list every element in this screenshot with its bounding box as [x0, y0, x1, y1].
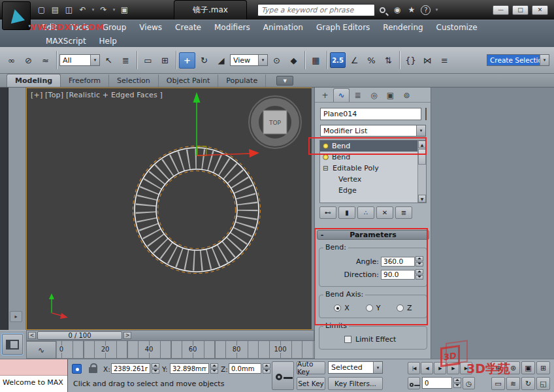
edit-named-selection-sets-button[interactable]: {}	[402, 52, 419, 69]
favorites-button[interactable]: ★	[405, 3, 418, 16]
selection-region-button[interactable]: ▭	[140, 52, 156, 69]
tab-modify[interactable]: ∿	[333, 88, 350, 102]
remove-modifier-button[interactable]: ✕	[376, 206, 393, 219]
stack-scrollbar[interactable]: ▲ ▼	[417, 140, 426, 203]
set-key-button[interactable]: Set Key	[297, 377, 325, 390]
track-bar[interactable]: ∿ 0 20 40 60 80 100	[26, 341, 314, 359]
undo-dropdown-icon[interactable]: ▾	[90, 4, 96, 16]
search-input[interactable]	[258, 6, 374, 14]
menu-maxscript[interactable]: MAXScript	[39, 37, 93, 46]
select-and-move-button[interactable]: +	[179, 52, 195, 69]
y-coordinate-field[interactable]	[170, 363, 209, 374]
stack-item-bend-1[interactable]: Bend	[320, 140, 426, 152]
z-spinner[interactable]	[263, 363, 270, 374]
menu-create[interactable]: Create	[169, 23, 208, 32]
radio-x-icon[interactable]	[334, 304, 341, 312]
zoom-extents-all-button[interactable]: ⊞	[536, 361, 550, 374]
gizmo-y-arrowhead[interactable]	[193, 92, 201, 103]
show-end-result-button[interactable]: ▮	[338, 206, 355, 219]
menu-graph-editors[interactable]: Graph Editors	[310, 23, 376, 32]
use-pivot-center-button[interactable]: ⊙	[269, 52, 285, 69]
stack-item-vertex[interactable]: Vertex	[320, 174, 426, 185]
spinner-snap-toggle[interactable]: ⇅	[380, 52, 397, 69]
modifier-enabled-bulb-icon[interactable]	[323, 154, 329, 160]
help-dropdown-icon[interactable]: ▾	[434, 4, 440, 16]
scroll-up-button[interactable]: ▲	[418, 140, 426, 148]
select-and-link-button[interactable]: ∞	[3, 52, 20, 69]
unlink-selection-button[interactable]: ⊘	[20, 52, 37, 69]
key-filters-button[interactable]: Key Filters...	[328, 377, 383, 390]
time-slider-handle[interactable]: 0 / 100	[37, 331, 122, 340]
tab-display[interactable]: ▣	[382, 88, 399, 102]
tab-utilities[interactable]: ⊚	[399, 88, 415, 102]
angle-snap-toggle[interactable]: ∠	[346, 52, 363, 69]
axis-y-option[interactable]: Y	[366, 304, 381, 312]
snaps-toggle-button[interactable]: 2.5	[330, 52, 346, 68]
angle-spinner[interactable]	[416, 256, 423, 267]
percent-snap-toggle[interactable]: %	[363, 52, 380, 69]
menu-animation[interactable]: Animation	[257, 23, 310, 32]
zoom-extents-button[interactable]: ▣	[521, 361, 535, 374]
tab-create[interactable]: +	[317, 88, 333, 102]
reference-coordinate-dropdown[interactable]: View ▾	[230, 54, 268, 66]
object-name-field[interactable]	[320, 108, 421, 120]
key-mode-toggle-button[interactable]	[408, 377, 420, 389]
gizmo-x-arrowhead[interactable]	[249, 149, 259, 157]
angle-field[interactable]	[381, 257, 415, 267]
tab-motion[interactable]: ◎	[366, 88, 382, 102]
orbit-button[interactable]: ↻	[521, 377, 535, 390]
previous-frame-button[interactable]: ◀	[421, 362, 433, 374]
select-object-button[interactable]: ↖	[101, 52, 117, 69]
named-selection-sets-combo[interactable]: Create Selection ▾	[487, 54, 549, 66]
redo-button[interactable]: ↷	[97, 4, 110, 16]
ribbon-tab-populate[interactable]: Populate	[218, 74, 266, 87]
next-frame-arrow[interactable]: >	[123, 332, 131, 339]
modifier-list-dropdown[interactable]: Modifier List ▾	[320, 125, 426, 137]
chevron-down-icon[interactable]: ▾	[540, 55, 549, 65]
make-unique-button[interactable]: ∴	[357, 206, 374, 219]
axis-x-option[interactable]: X	[334, 304, 350, 312]
configure-modifier-sets-button[interactable]: ≣	[395, 206, 412, 219]
open-mini-curve-editor-button[interactable]: ∿	[26, 341, 56, 359]
align-button[interactable]: ≡	[436, 52, 453, 69]
stack-item-bend-2[interactable]: Bend	[320, 152, 426, 163]
x-coordinate-field[interactable]	[111, 363, 150, 374]
isolate-selection-toggle-icon[interactable]	[72, 364, 82, 374]
communication-center-button[interactable]: ◉	[391, 3, 404, 16]
select-and-manipulate-button[interactable]: ◆	[285, 52, 302, 69]
x-spinner[interactable]	[152, 363, 159, 374]
stack-item-edge[interactable]: Edge	[320, 185, 426, 196]
viewport-label[interactable]: [+] [Top] [Realistic + Edged Faces ]	[31, 91, 163, 99]
stack-item-editable-poly[interactable]: ⊟ Editable Poly	[320, 163, 426, 174]
help-button[interactable]: ?	[419, 3, 432, 16]
select-by-name-button[interactable]: ≣	[118, 52, 134, 69]
menu-rendering[interactable]: Rendering	[376, 23, 429, 32]
chevron-down-icon[interactable]: ▾	[258, 55, 267, 65]
modifier-enabled-bulb-icon[interactable]	[323, 143, 329, 149]
selection-lock-toggle-icon[interactable]	[89, 367, 97, 373]
maximize-button[interactable]: □	[512, 5, 529, 15]
keyboard-shortcut-override-button[interactable]: ▦	[308, 52, 324, 69]
ribbon-tab-freeform[interactable]: Freeform	[61, 74, 109, 87]
listener-row[interactable]: Welcome to MAX	[0, 376, 67, 392]
project-folder-button[interactable]: ▣	[118, 4, 131, 16]
expand-collapse-icon[interactable]: ⊟	[323, 165, 329, 172]
menu-views[interactable]: Views	[133, 23, 169, 32]
pin-stack-button[interactable]: ⊷	[319, 206, 336, 219]
menu-modifiers[interactable]: Modifiers	[208, 23, 257, 32]
selection-set-dropdown[interactable]: Selected ▾	[328, 361, 383, 374]
maximize-viewport-toggle[interactable]: ◱	[536, 377, 550, 390]
axis-z-option[interactable]: Z	[397, 304, 412, 312]
save-file-button[interactable]: ◫	[63, 4, 75, 16]
selection-filter-dropdown[interactable]: All ▾	[59, 54, 100, 66]
rollout-header-parameters[interactable]: - Parameters	[317, 230, 429, 240]
viewcube-top-label[interactable]: TOP	[269, 120, 282, 126]
search-button[interactable]	[376, 3, 389, 16]
direction-field[interactable]	[381, 270, 415, 280]
select-and-rotate-button[interactable]: ↻	[196, 52, 212, 69]
ribbon-options-button[interactable]: ▼	[276, 76, 293, 86]
y-spinner[interactable]	[210, 363, 218, 374]
mirror-button[interactable]: ⋈	[419, 52, 436, 69]
radio-y-icon[interactable]	[366, 304, 373, 312]
object-color-swatch[interactable]	[425, 108, 427, 120]
